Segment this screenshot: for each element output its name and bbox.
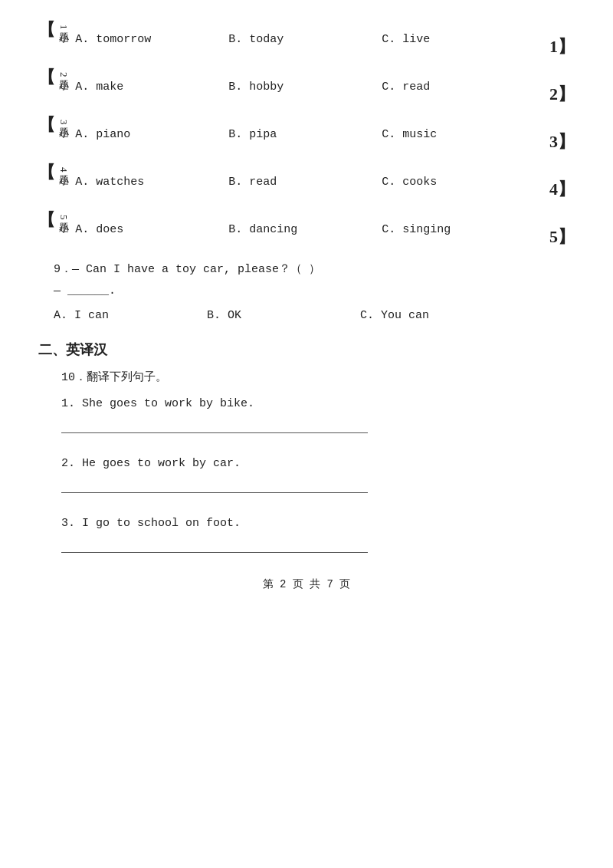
q9-option-3: C. You can (360, 307, 513, 325)
page-footer: 第 2 页 共 7 页 (38, 576, 575, 593)
q9-options: A. I canB. OKC. You can (54, 307, 575, 325)
bracket-right: 5】 (549, 229, 575, 245)
option-2: B. pipa (228, 126, 382, 144)
side-label: 小题3 (57, 118, 70, 125)
translate-item-1: 1. She goes to work by bike. (38, 395, 575, 433)
option-1: A. tomorrow (75, 31, 228, 49)
side-label: 小题4 (57, 166, 70, 173)
sentence-2: 2. He goes to work by car. (61, 455, 575, 473)
option-3: C. live (382, 31, 535, 49)
q9-option-2: B. OK (207, 307, 360, 325)
option-3: C. singing (382, 221, 535, 239)
option-2: B. dancing (228, 221, 382, 239)
question-1-block: 【小题1A. tomorrowB. todayC. live1】 (38, 23, 575, 55)
question-9-block: 9．— Can I have a toy car, please？（ ） — _… (38, 261, 575, 325)
bracket-left: 【 (38, 117, 55, 133)
question-2-block: 【小题2A. makeB. hobbyC. read2】 (38, 71, 575, 103)
bracket-left: 【 (38, 212, 55, 229)
option-3: C. read (382, 78, 535, 97)
options-row: A. doesB. dancingC. singing (75, 213, 548, 245)
question-4-block: 【小题4A. watchesB. readC. cooks4】 (38, 166, 575, 198)
option-1: A. does (75, 221, 228, 239)
q9-prompt: 9．— Can I have a toy car, please？（ ） (54, 261, 575, 279)
option-1: A. make (75, 78, 228, 97)
side-label: 小题2 (57, 71, 70, 77)
options-row: A. pianoB. pipaC. music (75, 118, 548, 150)
options-row: A. makeB. hobbyC. read (75, 71, 548, 103)
q10-label: 10．翻译下列句子。 (61, 369, 575, 387)
bracket-left: 【 (38, 164, 55, 181)
option-1: A. piano (75, 126, 228, 144)
option-3: C. cooks (382, 173, 535, 192)
side-label: 小题1 (57, 23, 70, 30)
side-label: 小题5 (57, 213, 70, 220)
option-3: C. music (382, 126, 535, 144)
option-2: B. hobby (228, 78, 382, 97)
translate-item-3: 3. I go to school on foot. (38, 515, 575, 553)
options-row: A. tomorrowB. todayC. live (75, 23, 548, 55)
answer-line-1 (61, 419, 368, 433)
bracket-left: 【 (38, 69, 55, 86)
answer-line-2 (61, 479, 368, 493)
options-row: A. watchesB. readC. cooks (75, 166, 548, 198)
bracket-right: 2】 (549, 86, 575, 103)
sentence-1: 1. She goes to work by bike. (61, 395, 575, 413)
question-5-block: 【小题5A. doesB. dancingC. singing5】 (38, 213, 575, 245)
translate-item-2: 2. He goes to work by car. (38, 455, 575, 493)
bracket-right: 4】 (549, 181, 575, 198)
bracket-left: 【 (38, 21, 55, 38)
question-3-block: 【小题3A. pianoB. pipaC. music3】 (38, 118, 575, 150)
answer-line-3 (61, 539, 368, 553)
sentence-3: 3. I go to school on foot. (61, 515, 575, 533)
option-2: B. today (228, 31, 382, 49)
q9-answer: — ______. (54, 282, 575, 301)
section2-title: 二、英译汉 (38, 339, 575, 361)
option-1: A. watches (75, 173, 228, 192)
bracket-right: 1】 (549, 38, 575, 55)
option-2: B. read (228, 173, 382, 192)
q9-option-1: A. I can (54, 307, 207, 325)
bracket-right: 3】 (549, 133, 575, 150)
